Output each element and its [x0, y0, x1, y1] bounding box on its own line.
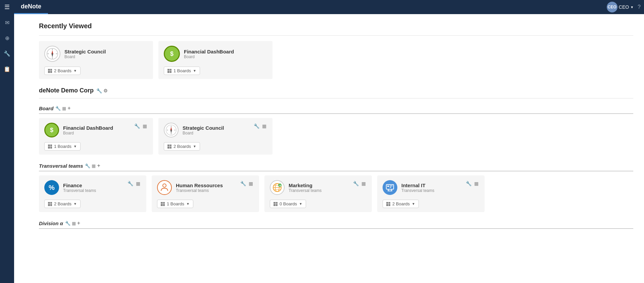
edit-finance-icon[interactable]: 🔧	[127, 180, 134, 187]
chevron-down-icon: ▼	[73, 145, 77, 148]
delete-hr-icon[interactable]: ▦	[248, 180, 254, 187]
delete-finance-icon[interactable]: ▦	[135, 180, 141, 187]
card-title-finance: Finance	[63, 183, 96, 188]
grid-icon	[274, 202, 278, 206]
group-transversal: Transversal teams 🔧 ▦ + % Finance	[39, 163, 633, 212]
add-div-icon[interactable]: +	[77, 220, 80, 226]
menu-icon[interactable]: ☰	[0, 0, 14, 14]
card-subtitle-it: Transversal teams	[401, 188, 434, 193]
transversal-cards: % Finance Transversal teams 🔧 ▦	[39, 175, 633, 212]
card-hr: Human Ressources Transversal teams 🔧 ▦ 1…	[152, 175, 259, 212]
hr-icon	[157, 180, 172, 195]
card-title-fin-group: Financial DashBoard	[63, 125, 113, 131]
recently-viewed-title: Recently Viewed	[39, 22, 633, 30]
card-finance: % Finance Transversal teams 🔧 ▦	[39, 175, 146, 212]
it-icon	[383, 180, 397, 195]
chevron-down-icon: ▼	[630, 5, 634, 9]
card-subtitle-financial: Board	[184, 54, 234, 59]
delete-icon[interactable]: ▦	[142, 123, 148, 129]
mail-icon[interactable]: ✉	[0, 15, 14, 30]
group-name-transversal: Transversal teams	[39, 163, 83, 169]
help-button[interactable]: ?	[638, 4, 641, 10]
group-name-division: Division α	[39, 220, 63, 226]
card-title-marketing: Marketing	[289, 183, 321, 188]
chevron-down-icon: ▼	[73, 69, 77, 73]
globe-icon: ★	[270, 180, 285, 195]
grid-icon	[167, 145, 171, 149]
wrench-div-icon[interactable]: 🔧	[65, 221, 70, 226]
card-subtitle-fin-group: Board	[63, 131, 113, 135]
edit-icon-str[interactable]: 🔧	[253, 123, 260, 129]
edit-hr-icon[interactable]: 🔧	[240, 180, 247, 187]
dollar-icon: $	[164, 46, 180, 62]
compass-icon-group	[164, 123, 179, 137]
svg-rect-27	[390, 186, 393, 186]
grid-icon	[386, 202, 390, 206]
svg-point-14	[163, 184, 166, 187]
app-logo[interactable]: deNote	[14, 0, 48, 14]
card-marketing: ★ Marketing Transversal teams 🔧 ▦	[264, 175, 372, 212]
table-div-icon[interactable]: ▦	[72, 221, 76, 226]
card-title-strategic: Strategic Council	[64, 49, 106, 54]
wrench-icon[interactable]: 🔧	[0, 46, 14, 60]
boards-button-strategic[interactable]: 2 Boards ▼	[44, 67, 81, 75]
edit-it-icon[interactable]: 🔧	[465, 180, 472, 187]
avatar: CEO	[607, 2, 617, 12]
add-icon[interactable]: +	[67, 105, 70, 111]
chevron-down-icon: ▼	[193, 69, 196, 73]
add-trans-icon[interactable]: +	[97, 163, 100, 169]
delete-icon-str[interactable]: ▦	[261, 123, 267, 129]
user-menu[interactable]: CEO CEO ▼	[607, 2, 634, 12]
boards-button-it[interactable]: 2 Boards ▼	[383, 200, 419, 208]
card-title-it: Internal IT	[401, 183, 434, 188]
chevron-down-icon: ▼	[299, 202, 302, 206]
boards-button-hr[interactable]: 1 Boards ▼	[157, 200, 193, 208]
group-division-alpha: Division α 🔧 ▦ +	[39, 220, 633, 229]
boards-button-finance[interactable]: 2 Boards ▼	[44, 200, 81, 208]
gift-icon[interactable]: ⊕	[0, 31, 14, 45]
edit-marketing-icon[interactable]: 🔧	[352, 180, 359, 187]
card-subtitle-finance: Transversal teams	[63, 188, 96, 193]
grid-icon	[48, 202, 52, 206]
grid-icon	[48, 69, 52, 73]
card-subtitle-marketing: Transversal teams	[289, 188, 321, 193]
delete-it-icon[interactable]: ▦	[474, 180, 479, 187]
sidebar: ☰ ✉ ⊕ 🔧 📋	[0, 0, 14, 283]
delete-marketing-icon[interactable]: ▦	[361, 180, 366, 187]
board-group-cards: $ Financial DashBoard Board 🔧 ▦	[39, 118, 633, 155]
boards-button-fin-group[interactable]: 1 Boards ▼	[44, 142, 81, 151]
boards-button-marketing[interactable]: 0 Boards ▼	[270, 200, 306, 208]
user-label: CEO	[619, 4, 629, 10]
grid-icon	[48, 145, 52, 149]
dollar-icon-group: $	[44, 123, 59, 137]
chevron-down-icon: ▼	[193, 145, 196, 148]
main-content: Recently Viewed Strategic	[28, 14, 644, 283]
settings-icon[interactable]: ⚙	[103, 88, 108, 93]
company-title: deNote Demo Corp 🔧 ⚙	[39, 87, 633, 94]
table-trans-icon[interactable]: ▦	[92, 163, 96, 168]
topbar: deNote CEO CEO ▼ ?	[14, 0, 644, 14]
card-title-str-group: Strategic Council	[183, 125, 224, 131]
wrench-trans-icon[interactable]: 🔧	[85, 163, 90, 168]
svg-rect-26	[387, 186, 389, 187]
group-name-board: Board	[39, 106, 53, 111]
wrench-small-icon[interactable]: 🔧	[55, 106, 61, 111]
boards-button-financial[interactable]: 1 Boards ▼	[164, 67, 200, 75]
svg-rect-28	[390, 187, 391, 188]
percent-icon: %	[44, 180, 59, 195]
card-financial-board-group: $ Financial DashBoard Board 🔧 ▦	[39, 118, 153, 155]
card-financial-dashboard: $ Financial DashBoard Board 1 Boards ▼	[158, 41, 273, 79]
app-name: deNote	[21, 3, 41, 10]
chevron-down-icon: ▼	[412, 202, 415, 206]
book-icon[interactable]: 📋	[0, 62, 14, 76]
boards-button-str-group[interactable]: 2 Boards ▼	[164, 142, 200, 151]
grid-icon	[167, 69, 171, 73]
wrench-icon[interactable]: 🔧	[96, 88, 102, 93]
group-board: Board 🔧 ▦ + $ Financial DashBoard	[39, 105, 633, 155]
edit-icon[interactable]: 🔧	[134, 123, 141, 129]
grid-icon	[161, 202, 165, 206]
company-section: deNote Demo Corp 🔧 ⚙ Board 🔧 ▦ +	[39, 87, 633, 229]
card-title-hr: Human Ressources	[176, 183, 223, 188]
card-strategic-board-group: Strategic Council Board 🔧 ▦ 2 Boards	[158, 118, 273, 155]
table-icon[interactable]: ▦	[62, 106, 66, 111]
